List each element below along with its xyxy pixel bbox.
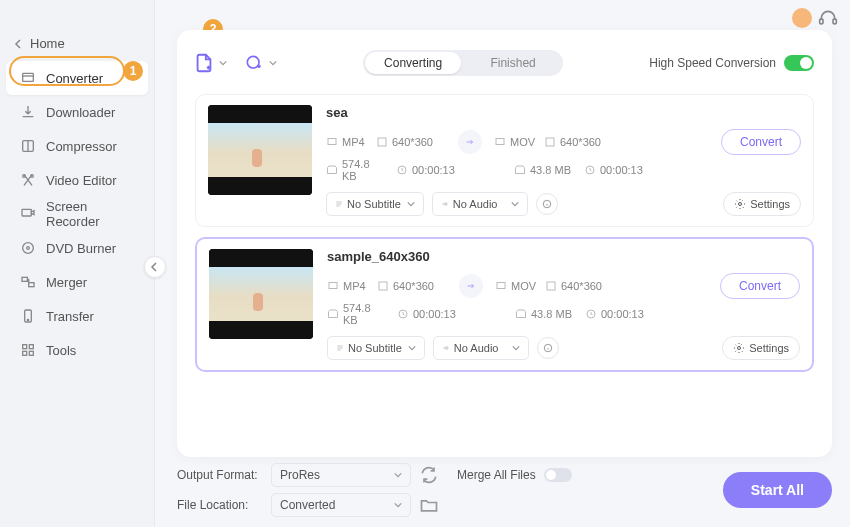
svg-rect-21 bbox=[546, 138, 554, 146]
home-link[interactable]: Home bbox=[0, 32, 154, 61]
start-all-button[interactable]: Start All bbox=[723, 472, 832, 508]
svg-point-7 bbox=[23, 243, 34, 254]
svg-rect-13 bbox=[23, 345, 27, 349]
svg-point-8 bbox=[27, 247, 30, 250]
info-icon[interactable] bbox=[536, 193, 558, 215]
svg-rect-16 bbox=[29, 351, 33, 355]
sidebar-item-compressor[interactable]: Compressor bbox=[6, 129, 148, 163]
refresh-icon[interactable] bbox=[419, 465, 439, 485]
video-thumbnail[interactable] bbox=[209, 249, 313, 339]
audio-select[interactable]: No Audio bbox=[433, 336, 529, 360]
sidebar-item-transfer[interactable]: Transfer bbox=[6, 299, 148, 333]
convert-item: sea MP4 640*360 MOV 640*360 574.8 KB 00:… bbox=[195, 94, 814, 227]
svg-rect-29 bbox=[379, 282, 387, 290]
svg-rect-2 bbox=[23, 73, 34, 81]
item-title: sea bbox=[326, 105, 801, 120]
info-icon[interactable] bbox=[537, 337, 559, 359]
arrow-icon bbox=[459, 274, 483, 298]
arrow-icon bbox=[458, 130, 482, 154]
add-url-caret[interactable] bbox=[269, 59, 277, 67]
svg-point-5 bbox=[31, 175, 34, 178]
sidebar-item-video-editor[interactable]: Video Editor bbox=[6, 163, 148, 197]
svg-rect-6 bbox=[22, 209, 31, 216]
subtitle-select[interactable]: No Subtitle bbox=[327, 336, 425, 360]
svg-point-12 bbox=[27, 319, 28, 320]
svg-rect-28 bbox=[329, 283, 337, 289]
sidebar-item-dvd-burner[interactable]: DVD Burner bbox=[6, 231, 148, 265]
footer-bar: Output Format: ProRes Merge All Files Fi… bbox=[177, 465, 832, 515]
tab-converting[interactable]: Converting bbox=[363, 56, 463, 70]
folder-icon[interactable] bbox=[419, 495, 439, 515]
video-thumbnail[interactable] bbox=[208, 105, 312, 195]
svg-point-37 bbox=[738, 347, 741, 350]
main-panel: Converting Finished High Speed Conversio… bbox=[177, 30, 832, 457]
svg-point-4 bbox=[23, 175, 26, 178]
add-file-button[interactable] bbox=[191, 50, 217, 76]
convert-button[interactable]: Convert bbox=[721, 129, 801, 155]
add-url-button[interactable] bbox=[241, 50, 267, 76]
sidebar-item-tools[interactable]: Tools bbox=[6, 333, 148, 367]
item-settings-button[interactable]: Settings bbox=[723, 192, 801, 216]
home-label: Home bbox=[30, 36, 65, 51]
audio-select[interactable]: No Audio bbox=[432, 192, 528, 216]
topbar: Converting Finished High Speed Conversio… bbox=[195, 42, 814, 84]
status-segmented: Converting Finished bbox=[363, 50, 563, 76]
svg-rect-18 bbox=[328, 139, 336, 145]
svg-rect-30 bbox=[497, 283, 505, 289]
svg-rect-15 bbox=[23, 351, 27, 355]
sidebar-item-merger[interactable]: Merger bbox=[6, 265, 148, 299]
convert-button[interactable]: Convert bbox=[720, 273, 800, 299]
callout-badge-1: 1 bbox=[123, 61, 143, 81]
sidebar-item-downloader[interactable]: Downloader bbox=[6, 95, 148, 129]
output-format-select[interactable]: ProRes bbox=[271, 463, 411, 487]
svg-rect-19 bbox=[378, 138, 386, 146]
svg-rect-20 bbox=[496, 139, 504, 145]
svg-point-27 bbox=[739, 203, 742, 206]
item-settings-button[interactable]: Settings bbox=[722, 336, 800, 360]
svg-rect-14 bbox=[29, 345, 33, 349]
add-file-caret[interactable] bbox=[219, 59, 227, 67]
svg-point-17 bbox=[247, 56, 259, 68]
svg-rect-31 bbox=[547, 282, 555, 290]
sidebar-item-screen-recorder[interactable]: Screen Recorder bbox=[6, 197, 148, 231]
convert-item: sample_640x360 MP4 640*360 MOV 640*360 5… bbox=[195, 237, 814, 372]
subtitle-select[interactable]: No Subtitle bbox=[326, 192, 424, 216]
merge-toggle[interactable] bbox=[544, 468, 572, 482]
merge-label: Merge All Files bbox=[457, 468, 536, 482]
svg-rect-10 bbox=[29, 283, 34, 287]
file-location-select[interactable]: Converted bbox=[271, 493, 411, 517]
svg-rect-9 bbox=[22, 277, 27, 281]
file-location-label: File Location: bbox=[177, 498, 263, 512]
tab-finished[interactable]: Finished bbox=[463, 56, 563, 70]
item-title: sample_640x360 bbox=[327, 249, 800, 264]
output-format-label: Output Format: bbox=[177, 468, 263, 482]
hsc-toggle[interactable] bbox=[784, 55, 814, 71]
hsc-label: High Speed Conversion bbox=[649, 56, 776, 70]
